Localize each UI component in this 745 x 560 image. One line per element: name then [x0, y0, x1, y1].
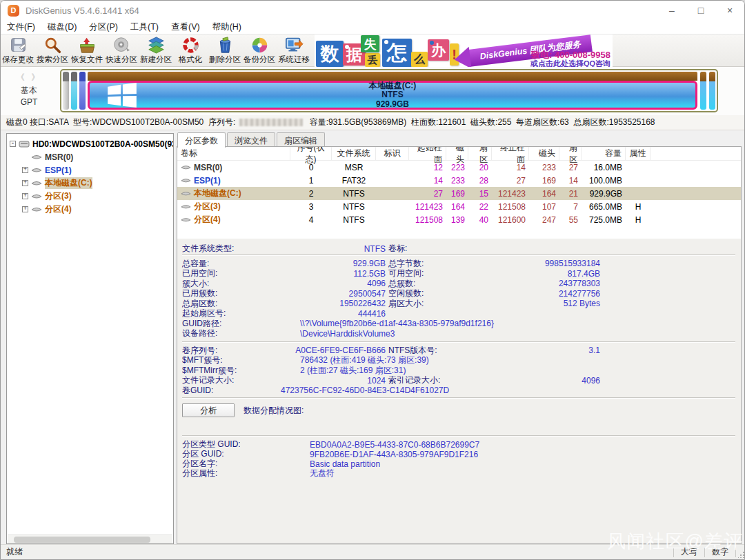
col-header-start-sector[interactable]: 扇区 — [468, 147, 492, 160]
col-header-id[interactable]: 标识 — [376, 147, 409, 160]
disk-prev-next-arrows[interactable]: 《 》 — [6, 72, 52, 83]
menu-partition[interactable]: 分区(P) — [83, 21, 124, 33]
cell-seq: 0 — [290, 163, 332, 172]
col-header-seq[interactable]: 序号(状态) — [290, 147, 332, 160]
resize-grip[interactable] — [736, 545, 745, 559]
disk-partition-icon — [181, 203, 191, 210]
tree-item-partition-3[interactable]: + 分区(3) — [7, 190, 173, 203]
menu-tools[interactable]: 工具(T) — [124, 21, 165, 33]
menu-file[interactable]: 文件(F) — [1, 21, 41, 33]
window-title: DiskGenius V5.4.6.1441 x64 — [26, 6, 139, 16]
separator — [182, 435, 735, 437]
disk-partition-icon — [31, 154, 42, 160]
tree-horizontal-scrollbar[interactable] — [8, 534, 172, 543]
cell-end-sector: 55 — [559, 215, 582, 225]
backup-partition-button[interactable]: 备份分区 — [242, 34, 277, 66]
col-header-start-head[interactable]: 磁头 — [446, 147, 468, 160]
table-row-partition-3[interactable]: 分区(3) 3 NTFS 121423 164 22 121508 107 7 … — [177, 200, 741, 213]
search-partition-icon — [43, 37, 62, 54]
cell-capacity: 725.0MB — [582, 215, 626, 225]
cell-filesystem: NTFS — [332, 215, 376, 225]
maximize-button[interactable]: □ — [686, 1, 715, 20]
col-header-attributes[interactable]: 属性 — [626, 147, 650, 160]
tree-item-disk-hd0[interactable]: - HD0:WDCWDS100T2B0A-00SM50(93 — [7, 137, 173, 150]
partition-tree-panel: - HD0:WDCWDS100T2B0A-00SM50(93 MSR(0) + — [6, 133, 174, 544]
app-window: D DiskGenius V5.4.6.1441 x64 – □ × 文件(F)… — [0, 0, 745, 560]
partition-block-msr[interactable] — [63, 72, 69, 110]
save-changes-button[interactable]: 保存更改 — [1, 34, 35, 66]
cell-start-sector: 20 — [468, 163, 492, 172]
partition-block-reserved[interactable] — [79, 72, 86, 110]
col-header-filesystem[interactable]: 文件系统 — [332, 147, 376, 160]
delete-partition-button[interactable]: 删除分区 — [208, 34, 242, 66]
cell-start-cylinder: 121508 — [409, 215, 446, 225]
partition-block-esp[interactable] — [71, 72, 77, 110]
col-header-end-head[interactable]: 磁头 — [529, 147, 559, 160]
expand-box-icon[interactable]: + — [22, 167, 28, 173]
app-logo-icon: D — [8, 5, 19, 17]
expand-box-icon[interactable]: + — [22, 206, 28, 212]
menu-disk[interactable]: 磁盘(D) — [41, 21, 83, 33]
cell-seq: 3 — [290, 202, 332, 212]
save-icon — [9, 37, 28, 54]
new-partition-button[interactable]: 新建分区 — [139, 34, 173, 66]
allocation-map-label: 数据分配情况图: — [244, 405, 304, 417]
tree-item-partition-4[interactable]: + 分区(4) — [7, 203, 173, 216]
detail-value: 4096 — [465, 376, 600, 386]
status-ready-text: 就绪 — [1, 546, 23, 558]
cell-attributes: H — [626, 202, 650, 212]
tree-item-msr[interactable]: MSR(0) — [7, 150, 173, 163]
disk-partition-icon — [31, 193, 42, 199]
tab-browse-files[interactable]: 浏览文件 — [227, 132, 275, 147]
table-row-local-disk-c[interactable]: 本地磁盘(C:) 2 NTFS 27 169 15 121423 164 21 … — [177, 187, 741, 200]
detail-value: 112.5GB — [281, 269, 386, 279]
cell-filesystem: FAT32 — [332, 176, 376, 186]
cell-start-head: 233 — [446, 176, 468, 186]
collapse-box-icon[interactable]: - — [10, 141, 16, 147]
scrollbar-thumb[interactable] — [14, 537, 150, 543]
cell-seq: 1 — [290, 176, 332, 186]
cell-start-sector: 15 — [468, 189, 492, 199]
col-header-start-cylinder[interactable]: 起始柱面 — [409, 147, 446, 160]
tab-sector-edit[interactable]: 扇区编辑 — [277, 132, 325, 147]
cell-start-cylinder: 121423 — [409, 202, 446, 212]
tab-partition-parameters[interactable]: 分区参数 — [177, 132, 226, 148]
detail-label: 卷GUID: — [182, 385, 281, 397]
close-button[interactable]: × — [715, 1, 744, 20]
quick-partition-button[interactable]: 快速分区 — [104, 34, 139, 66]
analyze-button[interactable]: 分析 — [182, 403, 235, 417]
partition-block-c-selected[interactable]: 本地磁盘(C:) NTFS 929.9GB — [88, 81, 697, 110]
toolbar-label: 快速分区 — [106, 54, 137, 65]
partition-block-4[interactable] — [709, 72, 715, 110]
col-header-end-cylinder[interactable]: 终止柱面 — [492, 147, 529, 160]
col-header-capacity[interactable]: 容量 — [582, 147, 626, 160]
expand-box-icon[interactable]: + — [22, 180, 28, 186]
menu-help[interactable]: 帮助(H) — [206, 21, 248, 33]
detail-value: 817.4GB — [465, 269, 600, 279]
recover-files-button[interactable]: 恢复文件 — [70, 34, 104, 66]
minimize-button[interactable]: – — [657, 1, 686, 20]
expand-box-icon[interactable]: + — [22, 193, 28, 199]
detail-value: 243778303 — [465, 279, 600, 288]
details-area: 文件系统类型:NTFS卷标: 总容量:929.9GB总字节数:998515933… — [177, 239, 741, 543]
col-header-volume-label[interactable]: 卷标 — [177, 147, 290, 160]
pin-dot — [430, 41, 434, 45]
table-row-partition-4[interactable]: 分区(4) 4 NTFS 121508 139 40 121600 247 55… — [177, 213, 741, 226]
partition-block-3[interactable] — [700, 72, 706, 110]
system-migration-button[interactable]: 系统迁移 — [277, 34, 311, 66]
tree-item-label: 分区(4) — [45, 203, 72, 215]
ad-banner[interactable]: 数 据 丢 失 怎 么 办 ! DiskGenius 团队为您服务 致电: 40… — [315, 34, 613, 68]
search-partition-button[interactable]: 搜索分区 — [35, 34, 70, 66]
cell-filesystem: NTFS — [332, 189, 376, 199]
col-header-end-sector[interactable]: 扇区 — [559, 147, 582, 160]
menu-view[interactable]: 查看(V) — [165, 21, 206, 33]
cell-start-sector: 40 — [468, 215, 492, 225]
table-row-msr[interactable]: MSR(0) 0 MSR 12 223 20 14 233 27 16.0MB — [177, 161, 741, 174]
recover-files-icon — [78, 37, 97, 54]
tree-item-local-disk-c[interactable]: + 本地磁盘(C:) — [7, 177, 173, 190]
tree-item-esp[interactable]: + ESP(1) — [7, 163, 173, 177]
table-row-esp[interactable]: ESP(1) 1 FAT32 14 233 28 27 169 14 100.0… — [177, 174, 741, 187]
windows-logo-icon — [108, 83, 137, 108]
format-button[interactable]: 格式化 — [173, 34, 208, 66]
detail-value: A0CE-6FE9-CE6F-B666 — [281, 346, 386, 355]
